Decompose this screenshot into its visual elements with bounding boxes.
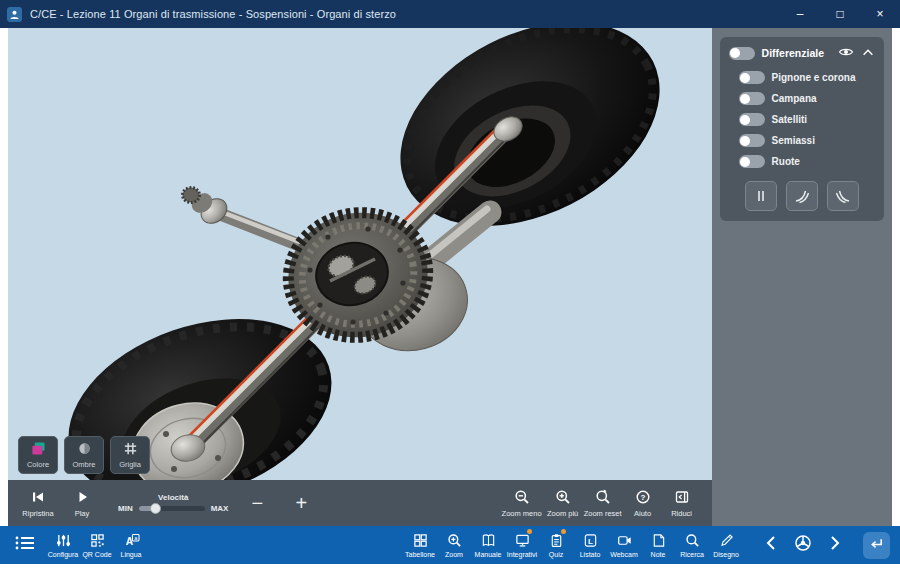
- taskbar-item-listato[interactable]: L Listato: [573, 526, 607, 564]
- quiz-clipboard-icon: [549, 533, 564, 549]
- taskbar-item-note[interactable]: Note: [641, 526, 675, 564]
- taskbar-item-lingua[interactable]: Aa Lingua: [114, 526, 148, 564]
- curve-road-right-button[interactable]: [786, 181, 818, 211]
- layers-panel-header: Differenziale: [729, 46, 875, 60]
- semiassi-toggle[interactable]: [739, 134, 765, 147]
- griglia-button[interactable]: Griglia: [110, 436, 150, 474]
- 3d-scene-differential[interactable]: [8, 28, 712, 480]
- taskbar-item-integrativi[interactable]: Integrativi: [505, 526, 539, 564]
- right-column: Differenziale Pignone e corona Campana S…: [712, 28, 892, 526]
- slider-knob[interactable]: [150, 503, 161, 514]
- screen-icon: [515, 533, 530, 549]
- taskbar-item-tabellone[interactable]: Tabellone: [403, 526, 437, 564]
- ruote-toggle[interactable]: [739, 155, 765, 168]
- speed-plus-button[interactable]: +: [286, 493, 316, 513]
- book-icon: [481, 533, 496, 549]
- taskbar-item-disegno[interactable]: Disegno: [709, 526, 743, 564]
- pen-icon: [719, 533, 734, 549]
- zoom-reset-icon: [595, 489, 611, 507]
- zoom-out-icon: [514, 489, 530, 507]
- help-button[interactable]: ? Aiuto: [625, 489, 661, 518]
- layers-panel: Differenziale Pignone e corona Campana S…: [720, 37, 884, 221]
- window-title: C/CE - Lezione 11 Organi di trasmissione…: [30, 8, 780, 20]
- prev-lesson-button[interactable]: [759, 530, 783, 560]
- chevron-right-icon: [828, 534, 842, 556]
- colore-label: Colore: [27, 460, 49, 469]
- sliders-icon: [55, 533, 72, 549]
- zoom-out-button[interactable]: Zoom meno: [502, 489, 542, 518]
- svg-text:L: L: [588, 536, 593, 545]
- taskbar-item-qr-code[interactable]: QR Code: [80, 526, 114, 564]
- taskbar-item-quiz[interactable]: Quiz: [539, 526, 573, 564]
- speed-slider[interactable]: [139, 506, 205, 511]
- taskbar-nav-group: [759, 530, 847, 560]
- chevron-up-icon[interactable]: [861, 47, 875, 60]
- zoom-in-icon: [555, 489, 571, 507]
- taskbar-item-webcam[interactable]: Webcam: [607, 526, 641, 564]
- content-area: Colore Ombre Griglia: [8, 28, 892, 526]
- layer-row-ruote: Ruote: [729, 151, 875, 172]
- return-arrow-icon: [868, 535, 885, 556]
- pignone-toggle[interactable]: [739, 71, 765, 84]
- help-icon: ?: [635, 489, 651, 507]
- return-button[interactable]: [863, 532, 890, 559]
- next-lesson-button[interactable]: [823, 530, 847, 560]
- note-icon: [651, 533, 666, 549]
- minimize-button[interactable]: –: [780, 0, 820, 28]
- speed-control: Velocità MIN MAX: [118, 493, 228, 513]
- collapse-panel-icon: [674, 489, 690, 507]
- zoom-controls: Zoom meno Zoom più Zoom reset ? Aiuto: [502, 489, 700, 518]
- svg-text:a: a: [134, 534, 138, 540]
- layer-row-pignone: Pignone e corona: [729, 67, 875, 88]
- menu-list-icon: [14, 534, 36, 556]
- notification-badge: [527, 529, 532, 534]
- zoom-reset-button[interactable]: Zoom reset: [584, 489, 622, 518]
- straight-road-button[interactable]: [745, 181, 777, 211]
- zoom-in-button[interactable]: Zoom più: [545, 489, 581, 518]
- board-grid-icon: [413, 533, 428, 549]
- playback-control-bar: Ripristina Play Velocità MIN MAX: [8, 480, 712, 526]
- differenziale-label: Differenziale: [762, 47, 824, 59]
- layer-row-satelliti: Satelliti: [729, 109, 875, 130]
- colore-button[interactable]: Colore: [18, 436, 58, 474]
- maximize-button[interactable]: □: [820, 0, 860, 28]
- skip-back-icon: [30, 489, 46, 507]
- curve-road-left-button[interactable]: [827, 181, 859, 211]
- steering-wheel-icon: [794, 534, 812, 556]
- taskbar-item-manuale[interactable]: Manuale: [471, 526, 505, 564]
- taskbar: Configura QR Code Aa Lingua Tabellone Zo…: [0, 526, 900, 564]
- griglia-label: Griglia: [119, 460, 141, 469]
- zoom-in-icon: [447, 533, 462, 549]
- close-button[interactable]: ×: [860, 0, 900, 28]
- viewport-overlay-buttons: Colore Ombre Griglia: [18, 436, 150, 474]
- taskbar-item-zoom[interactable]: Zoom: [437, 526, 471, 564]
- search-icon: [685, 533, 700, 549]
- ombre-button[interactable]: Ombre: [64, 436, 104, 474]
- list-l-icon: L: [583, 533, 598, 549]
- app-icon: [7, 7, 22, 22]
- 3d-viewport[interactable]: Colore Ombre Griglia: [8, 28, 712, 526]
- speed-minus-button[interactable]: −: [242, 493, 272, 513]
- steering-wheel-button[interactable]: [791, 530, 815, 560]
- collapse-bar-button[interactable]: Riduci: [664, 489, 700, 518]
- translate-icon: Aa: [123, 533, 140, 549]
- layer-row-semiassi: Semiassi: [729, 130, 875, 151]
- title-bar: C/CE - Lezione 11 Organi di trasmissione…: [0, 0, 900, 28]
- app-window: C/CE - Lezione 11 Organi di trasmissione…: [0, 0, 900, 572]
- play-button[interactable]: Play: [64, 489, 100, 518]
- chevron-left-icon: [764, 534, 778, 556]
- taskbar-left-group: Configura QR Code Aa Lingua: [46, 526, 148, 564]
- taskbar-item-ricerca[interactable]: Ricerca: [675, 526, 709, 564]
- main-menu-button[interactable]: [10, 526, 40, 564]
- campana-toggle[interactable]: [739, 92, 765, 105]
- svg-text:?: ?: [640, 492, 645, 501]
- eye-icon[interactable]: [838, 46, 854, 60]
- taskbar-item-configura[interactable]: Configura: [46, 526, 80, 564]
- satelliti-toggle[interactable]: [739, 113, 765, 126]
- taskbar-center-group: Tabellone Zoom Manuale Integrativi Quiz: [403, 526, 743, 564]
- notification-badge: [561, 529, 566, 534]
- ripristina-button[interactable]: Ripristina: [20, 489, 56, 518]
- view-mode-buttons: [729, 181, 875, 211]
- differenziale-toggle[interactable]: [729, 47, 755, 60]
- layers-color-icon: [30, 441, 47, 458]
